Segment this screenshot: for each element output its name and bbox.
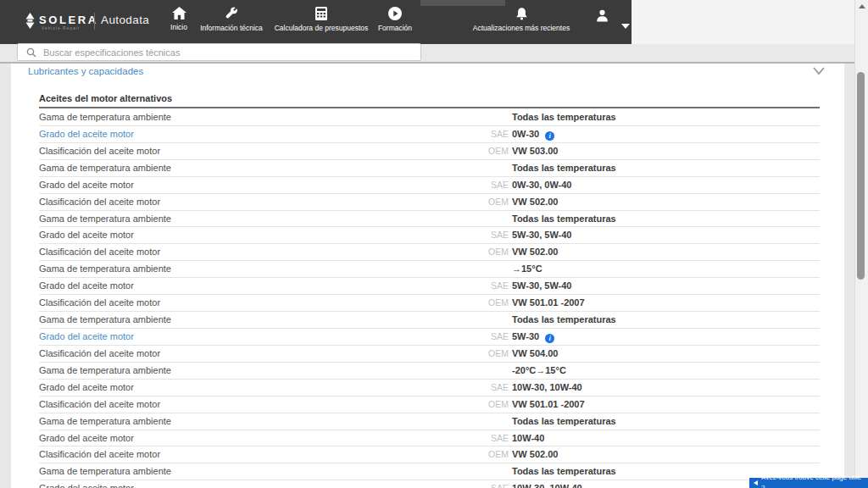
chevron-down-icon[interactable] [621,24,630,29]
play-icon [388,7,402,20]
calculator-icon [315,7,327,20]
bell-icon [515,7,528,20]
row-value: VW 502.00 [512,194,558,210]
row-label: Grado del aceite motor [39,177,134,193]
user-account-icon[interactable] [595,8,609,23]
table-row: Gama de temperatura ambiente Todas las t… [39,312,820,329]
search-icon [26,47,36,58]
solera-logo-text: SOLERA [39,14,98,26]
section-title-lubricantes[interactable]: Lubricantes y capacidades [28,66,143,76]
row-label: Gama de temperatura ambiente [39,413,171,430]
row-unit-label: OEM [488,244,509,260]
row-value: Todas las temperaturas [512,109,616,125]
row-value: →15°C [512,261,542,277]
row-value: VW 502.00 [512,446,558,463]
row-unit-label: SAE [491,380,509,396]
row-label: Grado del aceite motor [39,430,134,446]
row-value: 0W-30i [512,126,554,142]
row-unit-label: SAE [491,430,509,446]
row-value: 5W-30, 5W-40 [512,227,571,243]
info-icon[interactable]: i [545,334,554,343]
row-label: Gama de temperatura ambiente [39,211,171,227]
row-unit-label: OEM [488,346,509,362]
search-bar[interactable] [17,43,421,61]
nav-item-actualizaciones[interactable]: Actualizaciones más recientes [462,7,581,32]
row-label: Grado del aceite motor [39,278,134,294]
row-label: Clasificación del aceite motor [39,295,160,311]
row-label: Clasificación del aceite motor [39,396,160,413]
table-row: Clasificación del aceite motor OEM VW 50… [39,446,820,463]
top-navigation-bar: SOLERA Vehicle Repair Autodata Inicio In… [0,0,632,44]
solera-tagline: Vehicle Repair [42,26,81,30]
row-label: Grado del aceite motor [39,227,134,243]
info-icon[interactable]: i [545,131,554,141]
row-label: Grado del aceite motor [39,380,134,396]
feedback-arrow-icon [754,480,758,485]
row-value: VW 502.00 [512,244,558,260]
row-label-link[interactable]: Grado del aceite motor [39,329,134,345]
row-unit-label: OEM [488,396,509,413]
table-row: Grado del aceite motor SAE 5W-30i [39,329,820,346]
row-label: Grado del aceite motor [39,480,134,488]
scrollbar-up-arrow-icon[interactable] [859,4,865,8]
row-value: Todas las temperaturas [512,160,616,176]
row-unit-label: SAE [491,177,509,193]
row-value: 0W-30, 0W-40 [512,177,571,193]
row-value: Todas las temperaturas [512,413,616,430]
row-value: 10W-40 [512,430,544,446]
feedback-label: Avez-vous trouvé cette page utile ? [761,473,864,488]
row-unit-label: SAE [491,126,509,142]
nav-item-label: Actualizaciones más recientes [473,24,570,32]
row-value: VW 501.01 -2007 [512,295,585,311]
table-row: Grado del aceite motor SAE 10W-30, 10W-4… [39,380,820,396]
table-row: Grado del aceite motor SAE 0W-30i [39,126,820,143]
row-unit-label: OEM [488,295,509,311]
table-row: Gama de temperatura ambiente -20°C→15°C [39,363,820,380]
table-row: Clasificación del aceite motor OEM VW 50… [39,396,820,413]
row-value: VW 504.00 [512,346,558,362]
table-row: Grado del aceite motor SAE 10W-40 [39,430,820,447]
table-row: Gama de temperatura ambiente Todas las t… [39,109,820,126]
search-input[interactable] [43,47,412,58]
row-value: 10W-30, 10W-40 [512,380,582,396]
row-value: 10W-30, 10W-40 [512,480,582,488]
section-collapse-chevron-icon[interactable] [812,66,826,76]
row-label: Gama de temperatura ambiente [39,363,171,379]
nav-item-formacion[interactable]: Formación [365,7,425,32]
nav-item-label: Calculadora de presupuestos [275,24,369,32]
table-row: Grado del aceite motor SAE 0W-30, 0W-40 [39,177,820,194]
row-label-link[interactable]: Grado del aceite motor [39,126,134,142]
row-label: Gama de temperatura ambiente [39,261,171,277]
wrench-icon [225,7,238,20]
row-value: 5W-30, 5W-40 [512,278,571,294]
nav-item-label: Información técnica [200,24,263,32]
nav-item-label: Formación [378,24,412,32]
table-row: Gama de temperatura ambiente Todas las t… [39,211,820,228]
nav-item-calculadora[interactable]: Calculadora de presupuestos [266,7,376,32]
table-row: Clasificación del aceite motor OEM VW 50… [39,194,820,211]
home-icon [172,7,186,19]
app-window: SOLERA Vehicle Repair Autodata Inicio In… [0,0,868,488]
row-label: Clasificación del aceite motor [39,346,160,362]
row-value: VW 503.00 [512,143,558,159]
row-value: Todas las temperaturas [512,211,616,227]
row-label: Gama de temperatura ambiente [39,109,171,125]
row-unit-label: OEM [488,194,509,210]
autodata-logo-text: Autodata [101,14,149,26]
solera-logo-icon [23,13,37,29]
row-label: Gama de temperatura ambiente [39,463,171,480]
row-label: Clasificación del aceite motor [39,194,160,210]
row-value: VW 501.01 -2007 [512,396,585,413]
oil-table: Gama de temperatura ambiente Todas las t… [39,109,820,488]
table-row: Grado del aceite motor SAE 5W-30, 5W-40 [39,278,820,295]
row-unit-label: SAE [491,329,509,345]
table-row: Clasificación del aceite motor OEM VW 50… [39,295,820,312]
table-row: Grado del aceite motor SAE 10W-30, 10W-4… [39,480,820,488]
feedback-badge[interactable]: Avez-vous trouvé cette page utile ? [749,478,868,488]
row-unit-label: SAE [491,227,509,243]
row-unit-label: SAE [491,480,509,488]
row-label: Clasificación del aceite motor [39,244,160,260]
table-row: Grado del aceite motor SAE 5W-30, 5W-40 [39,227,820,244]
scrollbar-thumb[interactable] [857,72,865,280]
nav-item-informacion-tecnica[interactable]: Información técnica [185,7,278,32]
